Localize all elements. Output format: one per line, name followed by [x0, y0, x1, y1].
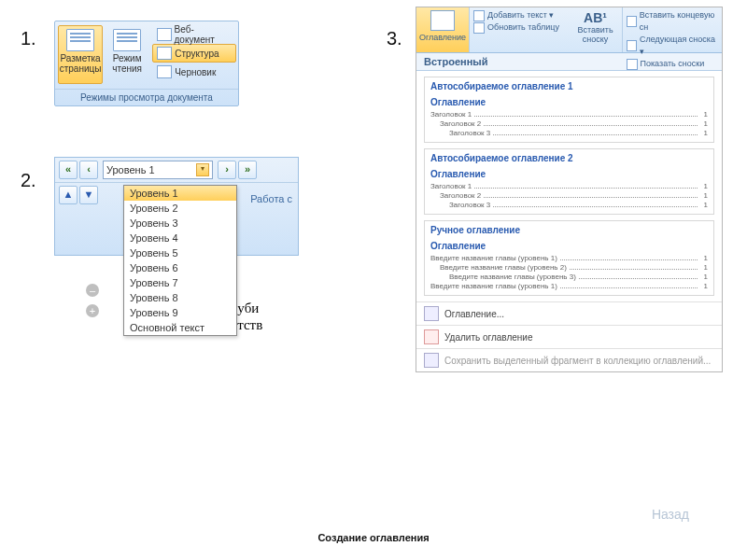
- toc-style-auto1[interactable]: Автособираемое оглавление 1 Оглавление З…: [424, 77, 714, 143]
- card-title: Ручное оглавление: [430, 225, 708, 235]
- endnote-label: Вставить концевую сн: [640, 9, 718, 34]
- outline-level-option[interactable]: Уровень 9: [124, 305, 236, 320]
- expand-icon[interactable]: +: [86, 304, 99, 317]
- remove-toc-option[interactable]: Удалить оглавление: [416, 325, 722, 348]
- outline-level-option[interactable]: Основной текст: [124, 320, 236, 335]
- toc-preview-line: Заголовок 11: [430, 110, 708, 119]
- show-footnotes-button[interactable]: Показать сноски: [627, 58, 719, 70]
- step-number-2: 2.: [21, 170, 36, 191]
- remove-toc-label: Удалить оглавление: [444, 332, 533, 343]
- outline-context-label: Работа с: [250, 193, 292, 204]
- toc-preview-line: Заголовок 21: [430, 119, 708, 128]
- draft-label: Черновик: [175, 67, 216, 77]
- outline-level-dropdown[interactable]: Уровень 1Уровень 2Уровень 3Уровень 4Уров…: [123, 185, 237, 336]
- toc-option-label: Оглавление...: [444, 309, 504, 319]
- save-selection-label: Сохранить выделенный фрагмент в коллекци…: [444, 356, 711, 366]
- update-icon: [473, 22, 485, 34]
- show-footnotes-label: Показать сноски: [641, 58, 705, 70]
- toc-preview-line: Введите название главы (уровень 1)1: [430, 254, 708, 262]
- insert-footnote-button[interactable]: AB¹ Вставить сноску: [570, 7, 623, 52]
- web-document-button[interactable]: Веб-документ: [152, 25, 236, 44]
- next-footnote-button[interactable]: Следующая сноска ▾: [627, 34, 719, 58]
- structure-label: Структура: [175, 49, 218, 59]
- demote-icon[interactable]: ›: [218, 161, 236, 179]
- card-heading: Оглавление: [430, 97, 708, 107]
- page-layout-label: Разметка страницы: [60, 53, 102, 74]
- combo-value: Уровень 1: [106, 164, 155, 175]
- web-label: Веб-документ: [175, 24, 232, 45]
- outline-level-option[interactable]: Уровень 7: [124, 275, 236, 290]
- page-layout-icon: [66, 29, 94, 51]
- web-icon: [157, 28, 171, 41]
- outline-level-option[interactable]: Уровень 6: [124, 260, 236, 275]
- add-text-button[interactable]: Добавить текст ▾: [473, 9, 566, 21]
- reading-mode-button[interactable]: Режим чтения: [105, 25, 149, 84]
- structure-button[interactable]: Структура: [152, 44, 236, 63]
- toc-option-icon: [424, 306, 439, 321]
- card-title: Автособираемое оглавление 2: [430, 153, 708, 163]
- toc-preview-line: Заголовок 21: [430, 191, 708, 200]
- card-heading: Оглавление: [430, 169, 708, 179]
- outline-level-option[interactable]: Уровень 8: [124, 290, 236, 305]
- reading-mode-label: Режим чтения: [112, 53, 142, 74]
- step-number-1: 1.: [21, 28, 36, 49]
- move-up-icon[interactable]: ▲: [59, 186, 78, 204]
- outline-level-option[interactable]: Уровень 2: [124, 201, 236, 216]
- back-link[interactable]: Назад: [652, 507, 689, 522]
- outline-level-option[interactable]: Уровень 1: [124, 186, 236, 201]
- toc-preview-line: Заголовок 11: [430, 182, 708, 190]
- show-footnotes-icon: [627, 59, 638, 70]
- next-footnote-icon: [627, 40, 638, 51]
- view-modes-panel: Разметка страницы Режим чтения Веб-докум…: [54, 21, 239, 106]
- toc-preview-line: Введите название главы (уровень 1)1: [430, 282, 708, 290]
- chevron-down-icon[interactable]: ▾: [196, 163, 209, 176]
- collapse-icon[interactable]: –: [86, 284, 99, 297]
- slide-caption: Создание оглавления: [0, 532, 747, 543]
- footnote-ab-icon: AB¹: [570, 10, 622, 25]
- add-text-icon: [473, 10, 485, 21]
- outline-level-option[interactable]: Уровень 5: [124, 245, 236, 260]
- view-modes-caption: Режимы просмотра документа: [55, 89, 238, 105]
- outline-level-option[interactable]: Уровень 3: [124, 216, 236, 231]
- add-text-label: Добавить текст ▾: [487, 9, 554, 21]
- toc-preview-line: Введите название главы (уровень 2)1: [430, 263, 708, 272]
- toc-dialog-option[interactable]: Оглавление...: [416, 301, 722, 325]
- references-ribbon: Оглавление Добавить текст ▾ Обновить таб…: [416, 7, 722, 53]
- toc-preview-line: Заголовок 31: [430, 129, 708, 137]
- card-title: Автособираемое оглавление 1: [430, 81, 708, 91]
- toc-ribbon-label: Оглавление: [419, 33, 466, 42]
- toc-icon: [430, 10, 455, 31]
- next-footnote-label: Следующая сноска ▾: [640, 34, 718, 58]
- draft-button[interactable]: Черновик: [152, 63, 236, 81]
- endnote-icon: [627, 16, 637, 27]
- insert-footnote-label: Вставить сноску: [577, 25, 613, 44]
- outline-level-option[interactable]: Уровень 4: [124, 231, 236, 245]
- step-number-3: 3.: [387, 28, 402, 49]
- update-table-button[interactable]: Обновить таблицу: [473, 21, 566, 34]
- promote-top-icon[interactable]: «: [59, 161, 78, 179]
- toc-preview-line: Заголовок 31: [430, 201, 708, 209]
- remove-toc-icon: [424, 329, 439, 344]
- save-selection-option: Сохранить выделенный фрагмент в коллекци…: [416, 348, 722, 371]
- toc-style-auto2[interactable]: Автособираемое оглавление 2 Оглавление З…: [424, 148, 714, 215]
- page-layout-button[interactable]: Разметка страницы: [58, 25, 103, 84]
- save-selection-icon: [424, 353, 439, 368]
- toc-gallery-panel: Оглавление Добавить текст ▾ Обновить таб…: [416, 7, 723, 372]
- draft-icon: [157, 65, 172, 78]
- move-down-icon[interactable]: ▼: [79, 186, 98, 204]
- toc-ribbon-button[interactable]: Оглавление: [416, 7, 470, 52]
- promote-icon[interactable]: ‹: [79, 161, 98, 179]
- reading-mode-icon: [113, 29, 141, 51]
- demote-bottom-icon[interactable]: »: [238, 161, 257, 179]
- toc-style-manual[interactable]: Ручное оглавление Оглавление Введите наз…: [424, 220, 714, 296]
- insert-endnote-button[interactable]: Вставить концевую сн: [627, 9, 719, 34]
- toc-preview-line: Введите название главы (уровень 3)1: [430, 273, 708, 281]
- update-table-label: Обновить таблицу: [487, 21, 559, 34]
- card-heading: Оглавление: [430, 241, 708, 251]
- structure-icon: [157, 47, 172, 60]
- outline-level-combo[interactable]: Уровень 1 ▾: [103, 161, 213, 179]
